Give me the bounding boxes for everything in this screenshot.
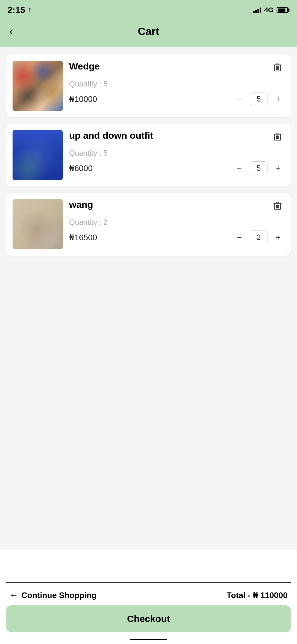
status-bar: 2:15 4G [0,0,297,19]
delete-button-wang[interactable] [271,199,284,213]
trash-icon-wang [273,201,282,211]
checkout-button[interactable]: Checkout [6,605,291,632]
signal-bars [253,7,261,13]
cart-item-image-outfit [13,130,63,180]
main-content: Wedge Quantity : 5 ₦10000 − 5 + [0,47,297,550]
increase-qty-wang[interactable]: + [272,231,284,244]
cart-item-name-wang: wang [69,199,93,210]
cart-item-quantity-label-outfit: Quantity : 5 [69,149,284,158]
delete-button-wedge[interactable] [271,61,284,75]
continue-arrow-icon: ← [9,590,18,600]
trash-icon-outfit [273,132,282,142]
delete-button-outfit[interactable] [271,130,284,144]
decrease-qty-wang[interactable]: − [233,231,246,244]
header: ‹ Cart [0,19,297,47]
cart-item-image-wang [13,199,63,249]
cart-item-outfit: up and down outfit Quantity : 5 ₦6000 − … [6,124,291,186]
status-time: 2:15 [8,5,33,15]
back-button[interactable]: ‹ [9,26,13,37]
page-title: Cart [138,25,159,37]
location-icon [27,7,33,13]
network-type: 4G [264,6,273,14]
bottom-bar: ← Continue Shopping Total - ₦ 110000 [0,583,297,605]
qty-value-outfit: 5 [250,161,267,175]
continue-shopping-label: Continue Shopping [21,591,97,600]
cart-item-name-wedge: Wedge [69,61,100,72]
cart-item-wang: wang Quantity : 2 ₦16500 − 2 + [6,193,291,256]
status-icons: 4G [253,6,289,14]
cart-item-price-wedge: ₦10000 [69,94,97,104]
qty-value-wedge: 5 [250,92,267,106]
quantity-control-wedge: − 5 + [233,92,284,106]
cart-item-quantity-label-wedge: Quantity : 5 [69,80,284,88]
decrease-qty-wedge[interactable]: − [233,93,246,105]
continue-shopping-button[interactable]: ← Continue Shopping [9,590,97,600]
decrease-qty-outfit[interactable]: − [233,162,246,175]
qty-value-wang: 2 [250,230,267,244]
trash-icon-wedge [273,63,282,72]
quantity-control-outfit: − 5 + [233,161,284,175]
battery-icon [277,7,289,13]
cart-item-name-outfit: up and down outfit [69,130,153,141]
total-label: Total - ₦ 110000 [227,591,288,600]
cart-item-price-wang: ₦16500 [69,233,97,242]
cart-item-price-outfit: ₦6000 [69,164,93,173]
increase-qty-wedge[interactable]: + [272,93,284,105]
cart-item-wedge: Wedge Quantity : 5 ₦10000 − 5 + [6,54,291,117]
quantity-control-wang: − 2 + [233,230,284,244]
increase-qty-outfit[interactable]: + [272,162,284,175]
cart-item-quantity-label-wang: Quantity : 2 [69,218,284,227]
cart-item-image-wedge [13,61,63,111]
home-indicator [130,639,167,640]
bottom-section: ← Continue Shopping Total - ₦ 110000 Che… [0,582,297,644]
